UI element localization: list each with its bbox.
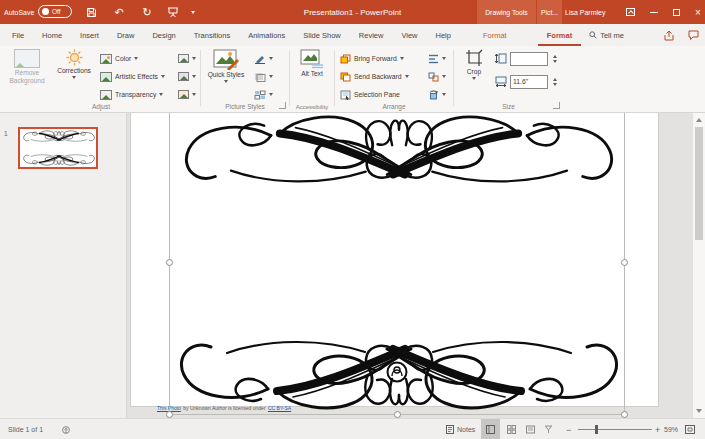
ribbon-display-options-icon[interactable] <box>620 0 640 24</box>
picture-layout-button[interactable] <box>254 87 273 102</box>
search-icon <box>589 31 597 39</box>
tab-slide-show[interactable]: Slide Show <box>294 24 350 46</box>
contextual-tab-drawing-tools[interactable]: Drawing Tools <box>477 0 536 24</box>
transparency-icon <box>100 90 112 100</box>
flourish-medallion[interactable] <box>383 360 411 386</box>
remove-background-button[interactable]: Remove Background <box>6 49 48 85</box>
autosave-state: Off <box>52 8 61 15</box>
tab-view[interactable]: View <box>392 24 426 46</box>
tab-format-picture-tools[interactable]: Format <box>538 24 581 46</box>
slide[interactable]: This Photo by Unknown Author is licensed… <box>130 113 659 407</box>
vertical-scrollbar[interactable] <box>692 113 705 418</box>
group-label-adjust: Adjust <box>2 103 200 110</box>
compress-pictures-button[interactable] <box>178 51 196 66</box>
slide-thumbnail[interactable] <box>18 127 98 169</box>
slideshow-view-button[interactable] <box>539 419 558 439</box>
slide-canvas-area: This Photo by Unknown Author is licensed… <box>127 113 705 418</box>
selection-handle-bottom-left[interactable] <box>166 411 173 418</box>
autosave-toggle-knob <box>42 8 49 15</box>
picture-effects-button[interactable] <box>254 69 273 84</box>
tab-transitions[interactable]: Transitions <box>185 24 239 46</box>
customize-qat-icon[interactable] <box>191 0 195 24</box>
share-icon[interactable] <box>663 30 674 41</box>
picture-effects-icon <box>254 72 266 82</box>
quick-styles-button[interactable]: Quick Styles <box>206 49 246 83</box>
group-accessibility: Alt Text Accessibility <box>291 46 333 112</box>
accessibility-status-icon[interactable] <box>62 419 70 439</box>
minimize-icon[interactable] <box>644 0 664 24</box>
powerpoint-window: AutoSave Off ↶ ↻ Presentation1 - PowerPo… <box>0 0 705 439</box>
crop-button[interactable]: Crop <box>457 49 491 80</box>
align-icon <box>428 54 439 64</box>
slide-thumbnail-panel: 1 <box>0 113 127 418</box>
tab-review[interactable]: Review <box>350 24 393 46</box>
maximize-icon[interactable] <box>666 0 686 24</box>
tab-format-drawing-tools[interactable]: Format <box>474 24 516 46</box>
reset-picture-button[interactable] <box>178 87 196 102</box>
corrections-button[interactable]: Corrections <box>52 49 96 79</box>
undo-icon[interactable]: ↶ <box>110 0 128 24</box>
tell-me-box[interactable]: Tell me <box>589 31 624 40</box>
save-icon[interactable] <box>82 0 100 24</box>
zoom-slider[interactable] <box>578 429 652 430</box>
redo-icon[interactable]: ↻ <box>138 0 156 24</box>
group-arrange: Bring Forward Send Backward Selection Pa… <box>336 46 452 112</box>
comments-icon[interactable] <box>688 30 699 40</box>
zoom-out-icon[interactable]: − <box>566 419 571 439</box>
artistic-effects-menu-button[interactable]: Artistic Effects <box>100 69 165 84</box>
zoom-slider-thumb[interactable] <box>595 425 598 434</box>
selection-handle-bottom-right[interactable] <box>621 411 628 418</box>
selection-handle-bottom-mid[interactable] <box>394 411 401 418</box>
quick-styles-icon <box>213 49 239 70</box>
tab-help[interactable]: Help <box>427 24 460 46</box>
picture-styles-dialog-launcher-icon[interactable] <box>279 102 286 109</box>
scroll-up-icon[interactable] <box>696 118 702 122</box>
tab-animations[interactable]: Animations <box>239 24 294 46</box>
attribution-link-license[interactable]: CC BY-SA <box>268 405 291 411</box>
tab-draw[interactable]: Draw <box>108 24 144 46</box>
close-icon[interactable]: × <box>688 0 705 24</box>
size-dialog-launcher-icon[interactable] <box>553 102 560 109</box>
fit-slide-to-window-icon[interactable] <box>685 419 695 439</box>
shape-width-input[interactable] <box>510 75 548 89</box>
bring-forward-button[interactable]: Bring Forward <box>340 51 404 66</box>
alt-text-button[interactable]: Alt Text <box>297 49 327 78</box>
rotate-objects-button[interactable] <box>428 87 446 102</box>
selection-handle-mid-right[interactable] <box>621 259 628 266</box>
shape-height-input[interactable] <box>510 52 548 66</box>
send-backward-button[interactable]: Send Backward <box>340 69 409 84</box>
reading-view-button[interactable] <box>521 419 540 439</box>
group-picture-styles: Quick Styles Picture Styles <box>202 46 288 112</box>
height-icon <box>495 53 507 64</box>
color-menu-button[interactable]: Color <box>100 51 138 66</box>
selection-pane-button[interactable]: Selection Pane <box>340 87 400 102</box>
tab-design[interactable]: Design <box>143 24 184 46</box>
slide-sorter-view-button[interactable] <box>502 419 521 439</box>
change-picture-button[interactable] <box>178 69 196 84</box>
flourish-picture-top[interactable] <box>171 113 627 198</box>
status-bar: Slide 1 of 1 Notes − + 59% <box>0 418 705 439</box>
selection-handle-mid-left[interactable] <box>166 259 173 266</box>
tab-home[interactable]: Home <box>33 24 71 46</box>
tab-insert[interactable]: Insert <box>71 24 108 46</box>
picture-border-button[interactable] <box>254 51 273 66</box>
scroll-down-icon[interactable] <box>696 409 702 413</box>
align-objects-button[interactable] <box>428 51 446 66</box>
account-user-name[interactable]: Lisa Parmley <box>565 0 605 24</box>
autosave-toggle[interactable]: Off <box>38 5 72 18</box>
width-spinner[interactable] <box>553 78 557 86</box>
workspace: 1 This Photo by Unknown Author is licens… <box>0 113 705 418</box>
contextual-tab-picture-tools[interactable]: Pict... <box>537 0 562 24</box>
normal-view-button[interactable] <box>481 419 500 439</box>
height-spinner[interactable] <box>553 55 557 63</box>
group-objects-button[interactable] <box>428 69 446 84</box>
tab-file[interactable]: File <box>3 24 33 46</box>
start-slideshow-icon[interactable] <box>164 0 182 24</box>
artistic-effects-icon <box>100 72 112 82</box>
zoom-percentage[interactable]: 59% <box>664 419 678 439</box>
selection-pane-icon <box>340 90 351 100</box>
zoom-in-icon[interactable]: + <box>655 419 660 439</box>
scrollbar-thumb[interactable] <box>695 127 703 240</box>
transparency-menu-button[interactable]: Transparency <box>100 87 163 102</box>
notes-button[interactable]: Notes <box>446 419 475 439</box>
